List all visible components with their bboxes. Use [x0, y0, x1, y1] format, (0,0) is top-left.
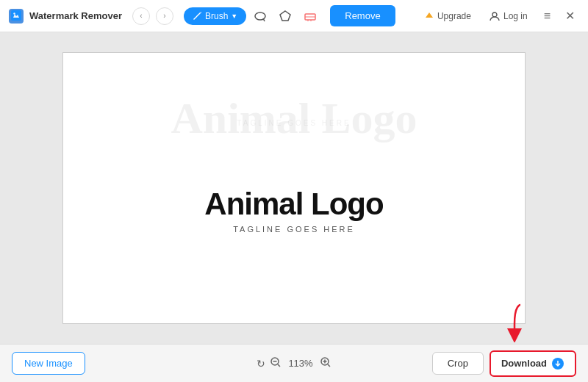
lasso-icon [254, 10, 267, 23]
erase-tool-button[interactable] [299, 7, 321, 26]
tool-group: Brush ▼ [184, 7, 321, 26]
image-canvas: Animal Logo TAGLINE GOES HERE Animal Log… [62, 52, 526, 324]
zoom-out-button[interactable] [270, 356, 282, 370]
polygon-icon [279, 10, 292, 23]
login-label: Log in [503, 11, 528, 21]
close-button[interactable]: ✕ [561, 6, 579, 26]
upgrade-label: Upgrade [437, 11, 471, 21]
image-logo-text: Animal Logo [204, 187, 383, 222]
svg-rect-0 [11, 10, 21, 21]
rotate-button[interactable]: ↻ [257, 358, 265, 370]
upgrade-icon [424, 11, 434, 21]
bottom-bar: New Image ↻ 113% Crop Download [0, 344, 588, 382]
svg-point-1 [13, 12, 15, 14]
image-tagline-text: TAGLINE GOES HERE [233, 225, 355, 234]
zoom-level: 113% [286, 358, 315, 369]
new-image-button[interactable]: New Image [12, 352, 85, 375]
polygon-tool-button[interactable] [274, 7, 296, 26]
canvas-area: Animal Logo TAGLINE GOES HERE Animal Log… [0, 32, 588, 344]
download-button[interactable]: Download [490, 350, 576, 377]
brush-chevron-icon: ▼ [231, 12, 237, 20]
login-button[interactable]: Log in [483, 7, 534, 26]
zoom-in-icon [320, 356, 331, 368]
erase-icon [304, 10, 317, 23]
forward-button[interactable]: › [156, 7, 173, 25]
app-logo [9, 9, 24, 24]
download-label: Download [501, 358, 547, 369]
remove-button[interactable]: Remove [330, 5, 395, 26]
watermark-tagline-ghost: TAGLINE GOES HERE [237, 119, 351, 127]
brush-icon [193, 11, 202, 21]
app-title: Watermark Remover [29, 10, 122, 21]
crop-button[interactable]: Crop [432, 352, 484, 375]
menu-button[interactable]: ≡ [539, 7, 555, 26]
brush-button[interactable]: Brush ▼ [184, 7, 246, 25]
title-bar: Watermark Remover ‹ › Brush ▼ [0, 0, 588, 32]
brush-label: Brush [205, 11, 228, 21]
logo-icon [11, 10, 21, 22]
zoom-in-button[interactable] [320, 356, 331, 370]
download-icon [551, 357, 564, 370]
user-icon [489, 10, 501, 22]
upgrade-button[interactable]: Upgrade [418, 7, 477, 25]
lasso-tool-button[interactable] [249, 7, 271, 26]
zoom-out-icon [270, 356, 282, 368]
back-button[interactable]: ‹ [132, 7, 150, 25]
svg-point-4 [492, 12, 497, 17]
zoom-controls: ↻ 113% [257, 356, 331, 370]
